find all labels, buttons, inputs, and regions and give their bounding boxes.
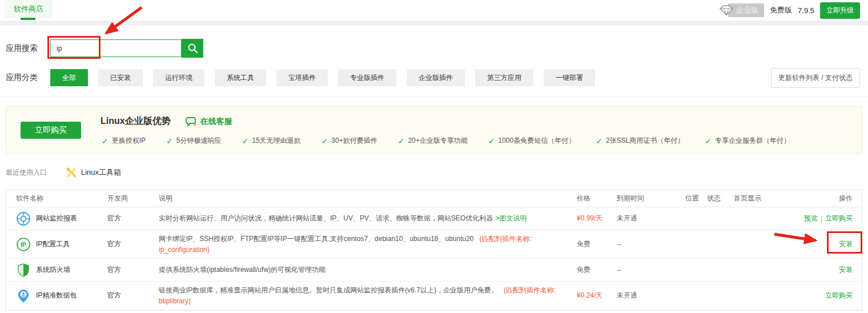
check-icon: ✓ [102,137,108,146]
check-icon: ✓ [488,137,495,146]
col-action: 操作 [785,194,862,203]
online-service-label: 在线客服 [200,117,232,127]
buy-now-link[interactable]: 立即购买 [825,214,853,223]
search-button[interactable] [182,39,203,58]
feature-item: ✓15天无理由退款 [242,136,301,146]
table-header: 软件名称 开发商 说明 价格 到期时间 位置 状态 首页显示 操作 [6,190,862,207]
feature-item: ✓更换授权IP [102,136,146,146]
feature-item: ✓专享企业服务群（年付） [705,136,790,146]
app-name[interactable]: 系统防火墙 [36,265,70,275]
svg-text:IP: IP [21,242,26,248]
matched-plugin-note: (匹配到插件名称: [504,286,556,294]
app-developer: 官方 [107,239,159,249]
category-enterprise-plugins[interactable]: 企业版插件 [407,69,465,86]
app-description: 实时分析网站运行、用户访问状况，精确统计网站流量、IP、UV、PV、请求、蜘蛛等… [159,213,577,224]
edition-badge[interactable]: 企业版 [719,3,764,17]
top-tab-bar: 软件商店 企业版 免费版 7.9.5 立即升级 [0,0,868,21]
top-right-controls: 企业版 免费版 7.9.5 立即升级 [719,2,860,19]
category-system-tools[interactable]: 系统工具 [215,69,266,86]
check-icon: ✓ [398,137,405,146]
category-third-party[interactable]: 第三方应用 [475,69,533,86]
category-all[interactable]: 全部 [50,69,88,86]
app-category-row: 应用分类 全部 已安装 运行环境 系统工具 宝塔插件 专业版插件 企业版插件 第… [6,69,868,86]
app-name[interactable]: IP配置工具 [36,239,70,249]
app-expire: 未开通 [617,291,685,300]
col-home-display: 首页显示 [734,194,785,203]
recent-item-label: Linux工具箱 [81,167,121,178]
category-runtime[interactable]: 运行环境 [153,69,204,86]
version-label: 免费版 [770,5,792,15]
software-table: 软件名称 开发商 说明 价格 到期时间 位置 状态 首页显示 操作 网站监控报表… [6,190,862,311]
check-icon: ✓ [322,137,328,146]
doc-link[interactable]: >图文说明 [495,214,527,222]
install-link[interactable]: 安装 [839,265,853,275]
search-icon [187,43,198,54]
category-pro-plugins[interactable]: 专业版插件 [338,69,396,86]
site-monitor-icon [16,211,31,226]
col-price: 价格 [577,194,617,203]
recent-item-linux-toolbox[interactable]: Linux工具箱 [66,167,121,178]
app-price: 免费 [577,265,617,275]
enterprise-features: ✓更换授权IP ✓5分钟极速响应 ✓15天无理由退款 ✓30+款付费插件 ✓20… [102,136,790,146]
check-icon: ✓ [596,137,602,146]
upgrade-button[interactable]: 立即升级 [820,2,860,19]
app-price: ¥0.99/天 [577,214,617,223]
section-divider [0,97,868,97]
app-description: 网卡绑定IP、SSH授权IP、FTP配置IP等IP一键配置工具,支持centos… [159,234,577,255]
feature-item: ✓2张SSL商用证书（年付） [596,136,684,146]
chat-icon [186,117,197,127]
enterprise-banner: 立即购买 Linux企业版优势 在线客服 ✓更换授权IP ✓5分钟极速响应 ✓1… [6,106,862,154]
check-icon: ✓ [166,137,173,146]
matched-plugin-name: ip_configuration) [159,244,568,255]
firewall-icon [16,263,31,278]
col-developer: 开发商 [107,194,159,203]
matched-plugin-note: (匹配到插件名称: [480,235,532,243]
update-software-list-button[interactable]: 更新软件列表 / 支付状态 [771,68,860,88]
recent-entry-row: 最近使用入口 Linux工具箱 [6,166,868,179]
app-name[interactable]: 网站监控报表 [36,214,77,223]
table-row-ip-library: IP精准数据包 官方 链接商业IP数据库，精准显示网站用户归属地信息。暂时只集成… [6,282,862,310]
table-row-ip-config: IP IP配置工具 官方 网卡绑定IP、SSH授权IP、FTP配置IP等IP一键… [6,230,862,259]
buy-now-link[interactable]: 立即购买 [825,291,853,300]
tab-software-store[interactable]: 软件商店 [5,0,53,18]
banner-title: Linux企业版优势 [101,115,171,127]
ip-config-icon: IP [16,237,31,252]
app-expire: -- [617,266,685,274]
category-label: 应用分类 [6,73,50,83]
recent-entry-label: 最近使用入口 [6,168,66,178]
tab-label: 软件商店 [14,4,43,14]
ip-library-icon [16,288,31,303]
col-description: 说明 [159,193,577,204]
col-position: 位置 [685,194,707,203]
matched-plugin-name: btiplibrary) [159,296,568,307]
app-search-row: 应用搜索 [6,39,868,58]
tools-icon [66,167,77,178]
version-number: 7.9.5 [798,6,814,15]
table-row-site-monitor: 网站监控报表 官方 实时分析网站运行、用户访问状况，精确统计网站流量、IP、UV… [6,207,862,230]
category-installed[interactable]: 已安装 [98,69,143,86]
col-name: 软件名称 [6,194,107,203]
app-expire: 未开通 [617,214,685,223]
preview-link[interactable]: 预览 [804,214,818,223]
check-icon: ✓ [242,137,249,146]
app-name[interactable]: IP精准数据包 [36,291,77,300]
app-description: 提供系统防火墙(iptables/firewall/ufw)的可视化管理功能 [159,264,577,275]
buy-now-button[interactable]: 立即购买 [21,122,81,139]
category-bt-plugins[interactable]: 宝塔插件 [276,69,328,86]
software-store-page: 软件商店 企业版 免费版 7.9.5 立即升级 应用搜索 [0,0,868,313]
col-expire: 到期时间 [617,194,685,203]
app-developer: 官方 [107,214,159,223]
search-label: 应用搜索 [6,43,50,54]
app-price: ¥0.24/天 [577,291,617,300]
check-icon: ✓ [705,137,712,146]
category-buttons: 全部 已安装 运行环境 系统工具 宝塔插件 专业版插件 企业版插件 第三方应用 … [50,69,595,86]
app-expire: -- [617,240,685,248]
install-link[interactable]: 安装 [839,239,853,249]
active-tab-indicator [21,18,35,20]
table-row-firewall: 系统防火墙 官方 提供系统防火墙(iptables/firewall/ufw)的… [6,259,862,282]
online-service-link[interactable]: 在线客服 [186,117,232,127]
category-one-click-deploy[interactable]: 一键部署 [544,69,595,86]
header-divider-strip [0,21,868,25]
feature-item: ✓30+款付费插件 [322,136,377,146]
search-input[interactable] [50,39,182,57]
